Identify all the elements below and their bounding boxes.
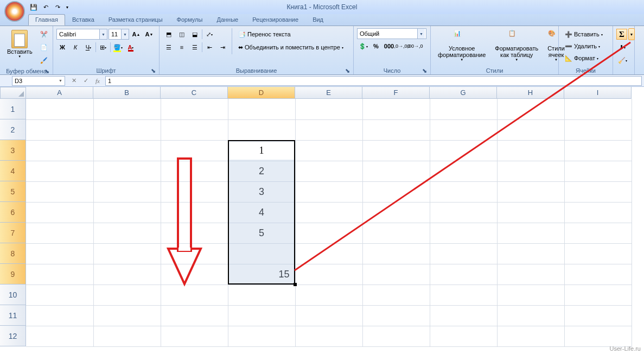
cell[interactable]	[430, 285, 497, 305]
redo-icon[interactable]: ↷	[52, 2, 63, 12]
cell[interactable]	[161, 181, 228, 202]
cell[interactable]	[161, 119, 228, 140]
cell[interactable]	[362, 161, 430, 181]
tab-view[interactable]: Вид	[305, 14, 330, 26]
delete-cells-button[interactable]: ➖Удалить▾	[562, 40, 603, 52]
row-header[interactable]: 9	[0, 264, 26, 285]
cell[interactable]	[362, 181, 430, 202]
formula-input[interactable]: 1	[105, 76, 642, 86]
cell[interactable]	[564, 285, 632, 305]
align-bottom-icon[interactable]: ⬓	[189, 28, 201, 40]
insert-cells-button[interactable]: ➕Вставить▾	[562, 28, 605, 40]
cell[interactable]	[93, 202, 161, 223]
fx-icon[interactable]: fx	[92, 76, 103, 86]
cell[interactable]	[362, 326, 430, 346]
cell[interactable]	[564, 223, 632, 243]
cell[interactable]	[26, 161, 93, 181]
cell[interactable]	[26, 99, 93, 119]
column-header[interactable]: H	[497, 87, 564, 99]
cell[interactable]	[93, 99, 161, 119]
row-header[interactable]: 12	[0, 326, 26, 346]
row-header[interactable]: 6	[0, 202, 26, 223]
cell[interactable]	[497, 305, 564, 326]
cell[interactable]	[497, 99, 564, 119]
column-header[interactable]: G	[430, 87, 497, 99]
name-box[interactable]: D3 ▼	[12, 76, 65, 86]
cell[interactable]	[93, 243, 161, 264]
cell[interactable]	[362, 285, 430, 305]
cell[interactable]	[362, 99, 430, 119]
cell[interactable]	[564, 119, 632, 140]
cell[interactable]	[430, 264, 497, 285]
tab-review[interactable]: Рецензирование	[245, 14, 305, 26]
cell[interactable]	[161, 99, 228, 119]
cell[interactable]	[26, 119, 93, 140]
cell[interactable]	[161, 202, 228, 223]
currency-icon[interactable]: 💲▾	[357, 40, 369, 52]
cell[interactable]	[497, 119, 564, 140]
cell[interactable]	[430, 223, 497, 243]
increase-indent-icon[interactable]: ⇥	[216, 41, 228, 53]
row-header[interactable]: 11	[0, 305, 26, 326]
cell[interactable]	[295, 223, 362, 243]
cell[interactable]	[161, 140, 228, 161]
number-format-combo[interactable]: ▼	[357, 28, 426, 39]
orientation-icon[interactable]: ⤢▾	[203, 28, 215, 40]
format-painter-icon[interactable]: 🖌️	[38, 54, 50, 66]
column-header[interactable]: B	[93, 87, 161, 99]
cell[interactable]	[26, 181, 93, 202]
cell[interactable]	[26, 243, 93, 264]
paste-button[interactable]: Вставить ▼	[3, 28, 36, 60]
cancel-formula-icon[interactable]: ✕	[68, 76, 79, 86]
cell[interactable]	[497, 161, 564, 181]
cell[interactable]	[497, 181, 564, 202]
cell[interactable]	[362, 223, 430, 243]
cell[interactable]	[564, 99, 632, 119]
cell[interactable]	[497, 264, 564, 285]
launcher-icon[interactable]: ⬊	[150, 67, 157, 74]
cell[interactable]	[430, 99, 497, 119]
cut-icon[interactable]: ✂️	[38, 28, 50, 40]
cell[interactable]	[93, 161, 161, 181]
row-header[interactable]: 5	[0, 181, 26, 202]
cell[interactable]	[430, 161, 497, 181]
cell[interactable]	[564, 181, 632, 202]
borders-icon[interactable]: ⊞▾	[97, 41, 109, 53]
chevron-down-icon[interactable]: ▼	[59, 79, 62, 83]
cell[interactable]	[564, 243, 632, 264]
spreadsheet-grid[interactable]: ABCDEFGHI 123456789101112 1234515 1	[0, 87, 644, 347]
font-size-combo[interactable]: ▼	[109, 29, 129, 40]
cell[interactable]	[430, 181, 497, 202]
cell[interactable]: 2	[228, 161, 295, 181]
undo-icon[interactable]: ↶	[40, 2, 51, 12]
align-right-icon[interactable]: ☰	[189, 41, 201, 53]
cell[interactable]	[564, 326, 632, 346]
cell[interactable]	[430, 119, 497, 140]
cell[interactable]	[93, 181, 161, 202]
column-header[interactable]: A	[26, 87, 93, 99]
cell[interactable]	[564, 264, 632, 285]
cell[interactable]	[430, 243, 497, 264]
cell[interactable]	[161, 305, 228, 326]
cell[interactable]	[228, 285, 295, 305]
fill-icon[interactable]: ⬇▾	[616, 41, 628, 53]
cell[interactable]	[93, 140, 161, 161]
cell[interactable]	[497, 326, 564, 346]
cell[interactable]	[26, 285, 93, 305]
cell[interactable]: 15	[228, 264, 295, 285]
column-header[interactable]: I	[564, 87, 632, 99]
cell[interactable]	[295, 119, 362, 140]
cell[interactable]	[362, 140, 430, 161]
fill-color-icon[interactable]: 🪣▾	[112, 41, 124, 53]
font-size-input[interactable]	[109, 29, 121, 39]
cell[interactable]	[295, 202, 362, 223]
decrease-indent-icon[interactable]: ⇤	[203, 41, 215, 53]
cell[interactable]	[430, 202, 497, 223]
autosum-dropdown-icon[interactable]: ▼	[628, 28, 635, 40]
cell[interactable]	[228, 305, 295, 326]
cell[interactable]	[93, 264, 161, 285]
launcher-icon[interactable]: ⬊	[344, 67, 351, 74]
row-header[interactable]: 7	[0, 223, 26, 243]
cell[interactable]	[93, 223, 161, 243]
align-middle-icon[interactable]: ◫	[176, 28, 188, 40]
